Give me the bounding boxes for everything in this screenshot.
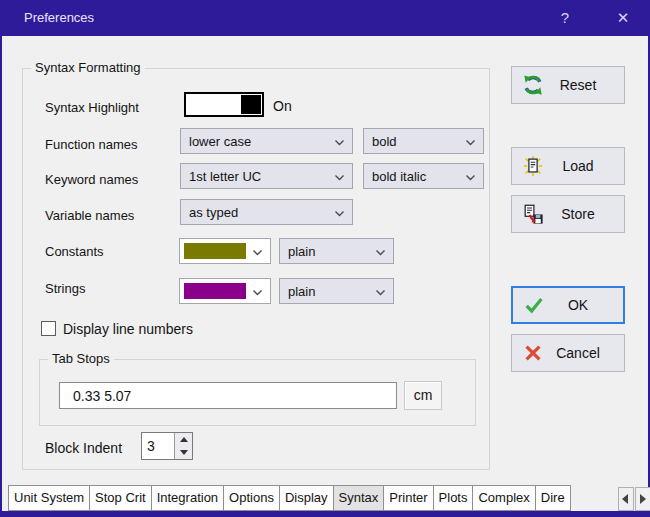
spinner-up-button[interactable] bbox=[175, 433, 192, 447]
syntax-highlight-label: Syntax Highlight bbox=[45, 100, 139, 115]
unit-cm-button[interactable]: cm bbox=[404, 381, 442, 410]
constants-color-select[interactable] bbox=[179, 238, 271, 264]
close-button[interactable]: ✕ bbox=[602, 0, 644, 36]
store-button[interactable]: Store bbox=[511, 195, 625, 233]
variable-names-label: Variable names bbox=[45, 208, 134, 223]
chevron-down-icon bbox=[334, 174, 345, 181]
tab-stops-group-title: Tab Stops bbox=[48, 351, 114, 366]
tab-bar: Unit SystemStop CritIntegrationOptionsDi… bbox=[8, 485, 618, 511]
tab-options[interactable]: Options bbox=[223, 485, 280, 511]
chevron-down-icon bbox=[465, 139, 476, 146]
variable-case-select[interactable]: as typed bbox=[180, 199, 353, 225]
tab-stops-input[interactable] bbox=[59, 382, 397, 409]
tab-plots[interactable]: Plots bbox=[433, 485, 474, 511]
strings-color-select[interactable] bbox=[179, 278, 271, 304]
block-indent-label: Block Indent bbox=[45, 440, 122, 456]
reset-button[interactable]: Reset bbox=[511, 66, 625, 104]
chevron-down-icon bbox=[334, 210, 345, 217]
strings-color-swatch bbox=[184, 283, 246, 299]
chevron-down-icon bbox=[252, 289, 263, 296]
help-button[interactable]: ? bbox=[548, 0, 582, 36]
tab-dire[interactable]: Dire bbox=[535, 485, 571, 511]
display-line-numbers-label: Display line numbers bbox=[63, 321, 193, 337]
window-title: Preferences bbox=[24, 10, 94, 25]
reset-icon bbox=[522, 74, 544, 96]
tab-stops-group: Tab Stops cm bbox=[39, 359, 476, 426]
tab-display[interactable]: Display bbox=[279, 485, 334, 511]
tab-integration[interactable]: Integration bbox=[151, 485, 224, 511]
tab-syntax[interactable]: Syntax bbox=[333, 485, 385, 511]
block-indent-stepper bbox=[141, 432, 193, 460]
keyword-names-label: Keyword names bbox=[45, 172, 138, 187]
ok-button[interactable]: OK bbox=[511, 286, 625, 324]
strings-style-select[interactable]: plain bbox=[279, 278, 394, 304]
function-case-select[interactable]: lower case bbox=[180, 128, 353, 154]
tab-unit-system[interactable]: Unit System bbox=[8, 485, 90, 511]
syntax-highlight-state: On bbox=[273, 98, 292, 114]
arrow-left-icon bbox=[622, 494, 628, 504]
strings-label: Strings bbox=[45, 281, 85, 296]
chevron-down-icon bbox=[375, 249, 386, 256]
chevron-down-icon bbox=[334, 139, 345, 146]
window-border-left bbox=[0, 36, 2, 517]
constants-label: Constants bbox=[45, 244, 104, 259]
arrow-down-icon bbox=[180, 450, 188, 455]
spinner-down-button[interactable] bbox=[175, 446, 192, 459]
tab-stop-crit[interactable]: Stop Crit bbox=[89, 485, 152, 511]
keyword-case-select[interactable]: 1st letter UC bbox=[180, 163, 353, 189]
display-line-numbers-checkbox[interactable] bbox=[41, 321, 56, 336]
tab-complex[interactable]: Complex bbox=[472, 485, 535, 511]
store-disk-icon bbox=[522, 203, 544, 225]
chevron-down-icon bbox=[375, 289, 386, 296]
titlebar: Preferences ? ✕ bbox=[0, 0, 650, 36]
tab-printer[interactable]: Printer bbox=[383, 485, 433, 511]
x-icon bbox=[522, 342, 544, 364]
syntax-formatting-group-title: Syntax Formatting bbox=[31, 60, 145, 75]
tab-scroll bbox=[617, 487, 650, 511]
preferences-dialog: Preferences ? ✕ Syntax Formatting Syntax… bbox=[0, 0, 650, 517]
chevron-down-icon bbox=[465, 174, 476, 181]
constants-color-swatch bbox=[184, 243, 246, 259]
arrow-up-icon bbox=[180, 437, 188, 442]
constants-style-select[interactable]: plain bbox=[279, 238, 394, 264]
toggle-knob bbox=[241, 95, 261, 114]
chevron-down-icon bbox=[252, 249, 263, 256]
syntax-highlight-toggle[interactable] bbox=[184, 92, 264, 117]
cancel-button[interactable]: Cancel bbox=[511, 334, 625, 372]
window-border-bottom bbox=[0, 511, 650, 517]
load-document-icon bbox=[522, 155, 544, 177]
arrow-right-icon bbox=[640, 494, 646, 504]
load-button[interactable]: Load bbox=[511, 147, 625, 185]
tab-scroll-right-button[interactable] bbox=[635, 487, 650, 511]
keyword-style-select[interactable]: bold italic bbox=[363, 163, 484, 189]
function-names-label: Function names bbox=[45, 137, 138, 152]
check-icon bbox=[523, 294, 545, 316]
tab-scroll-left-button[interactable] bbox=[618, 487, 634, 511]
function-style-select[interactable]: bold bbox=[363, 128, 484, 154]
syntax-formatting-group: Syntax Formatting Syntax Highlight On Fu… bbox=[22, 68, 490, 470]
